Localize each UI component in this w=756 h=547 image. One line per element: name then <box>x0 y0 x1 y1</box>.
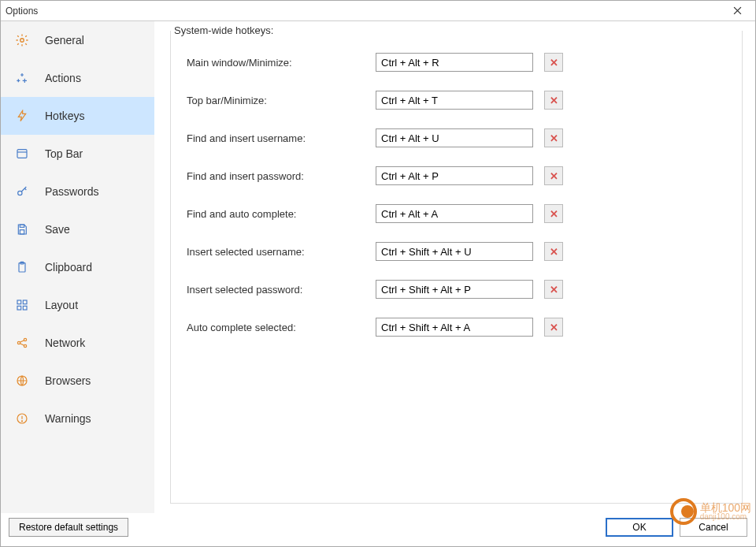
clear-hotkey-button[interactable]: ✕ <box>544 166 563 185</box>
hotkey-label: Top bar/Minimize: <box>187 95 376 106</box>
hotkey-row-find-autocomplete: Find and auto complete: ✕ <box>187 204 726 223</box>
restore-defaults-button[interactable]: Restore default settings <box>9 518 128 537</box>
hotkey-row-top-bar: Top bar/Minimize: ✕ <box>187 91 726 110</box>
sidebar-item-label: Passwords <box>45 185 98 198</box>
clear-hotkey-button[interactable]: ✕ <box>544 91 563 110</box>
sidebar-item-label: Layout <box>45 299 78 311</box>
sparkle-icon <box>15 71 29 85</box>
warning-icon <box>15 411 29 426</box>
svg-rect-5 <box>20 230 24 234</box>
clear-hotkey-button[interactable]: ✕ <box>544 242 563 261</box>
svg-rect-9 <box>23 300 27 304</box>
sidebar-item-label: Top Bar <box>45 147 83 160</box>
hotkey-input-main-window[interactable] <box>376 53 533 72</box>
svg-rect-1 <box>17 150 27 158</box>
hotkey-rows: Main window/Minimize: ✕ Top bar/Minimize… <box>171 31 742 337</box>
hotkey-row-insert-password: Insert selected password: ✕ <box>187 280 726 299</box>
sidebar-item-label: Hotkeys <box>45 110 85 122</box>
x-icon: ✕ <box>550 208 558 220</box>
sidebar-item-clipboard[interactable]: Clipboard <box>1 248 154 286</box>
gear-icon <box>15 33 29 47</box>
clear-hotkey-button[interactable]: ✕ <box>544 204 563 223</box>
clear-hotkey-button[interactable]: ✕ <box>544 128 563 147</box>
clear-hotkey-button[interactable]: ✕ <box>544 280 563 299</box>
sidebar-item-label: General <box>45 34 84 47</box>
save-icon <box>15 222 29 236</box>
sidebar-item-label: Clipboard <box>45 261 92 274</box>
hotkey-row-main-window: Main window/Minimize: ✕ <box>187 53 726 72</box>
hotkey-label: Find and insert password: <box>187 170 376 182</box>
sidebar-item-label: Warnings <box>45 412 91 425</box>
key-icon <box>15 184 29 199</box>
share-icon <box>15 336 29 350</box>
hotkey-input-autocomplete-selected[interactable] <box>376 318 533 337</box>
grid-icon <box>15 298 29 312</box>
sidebar: General Actions Hotkeys Top Bar <box>1 21 154 513</box>
hotkey-label: Insert selected password: <box>187 284 376 296</box>
hotkeys-panel: System-wide hotkeys: Main window/Minimiz… <box>170 31 743 504</box>
close-button[interactable] <box>720 1 755 20</box>
x-icon: ✕ <box>550 95 558 106</box>
svg-rect-10 <box>17 306 21 310</box>
cancel-button[interactable]: Cancel <box>680 518 747 537</box>
hotkey-input-insert-password[interactable] <box>376 280 533 299</box>
svg-rect-4 <box>20 225 24 227</box>
sidebar-item-warnings[interactable]: Warnings <box>1 400 154 437</box>
svg-point-0 <box>20 39 24 43</box>
lightning-icon <box>15 109 29 123</box>
hotkey-row-insert-username: Insert selected username: ✕ <box>187 242 726 261</box>
sidebar-item-label: Browsers <box>45 374 91 387</box>
hotkey-input-find-username[interactable] <box>376 128 533 147</box>
sidebar-item-topbar[interactable]: Top Bar <box>1 135 154 173</box>
sidebar-item-layout[interactable]: Layout <box>1 286 154 324</box>
x-icon: ✕ <box>550 322 558 333</box>
globe-icon <box>15 374 29 388</box>
sidebar-item-actions[interactable]: Actions <box>1 59 154 97</box>
sidebar-item-save[interactable]: Save <box>1 210 154 248</box>
sidebar-item-passwords[interactable]: Passwords <box>1 173 154 210</box>
dialog-body: General Actions Hotkeys Top Bar <box>1 21 755 513</box>
sidebar-item-general[interactable]: General <box>1 21 154 59</box>
x-icon: ✕ <box>550 170 558 182</box>
x-icon: ✕ <box>550 57 558 69</box>
svg-rect-8 <box>17 300 21 304</box>
hotkey-label: Find and insert username: <box>187 132 376 144</box>
hotkey-row-find-username: Find and insert username: ✕ <box>187 128 726 147</box>
clipboard-icon <box>15 260 29 274</box>
titlebar: Options <box>1 1 755 21</box>
x-icon: ✕ <box>550 132 558 144</box>
footer-right-buttons: OK Cancel <box>606 518 747 537</box>
close-icon <box>733 6 742 15</box>
dialog-footer: Restore default settings OK Cancel <box>1 513 755 546</box>
clear-hotkey-button[interactable]: ✕ <box>544 318 563 337</box>
svg-point-18 <box>21 421 22 422</box>
sidebar-item-hotkeys[interactable]: Hotkeys <box>1 97 154 135</box>
hotkey-input-find-password[interactable] <box>376 166 533 185</box>
hotkey-label: Insert selected username: <box>187 246 376 258</box>
hotkey-row-find-password: Find and insert password: ✕ <box>187 166 726 185</box>
x-icon: ✕ <box>550 284 558 296</box>
sidebar-item-label: Save <box>45 223 70 236</box>
hotkey-label: Find and auto complete: <box>187 208 376 220</box>
window-title: Options <box>6 6 38 17</box>
svg-point-3 <box>18 191 22 195</box>
x-icon: ✕ <box>550 246 558 258</box>
hotkey-label: Auto complete selected: <box>187 322 376 333</box>
hotkey-row-autocomplete-selected: Auto complete selected: ✕ <box>187 318 726 337</box>
clear-hotkey-button[interactable]: ✕ <box>544 53 563 72</box>
sidebar-item-browsers[interactable]: Browsers <box>1 362 154 400</box>
hotkey-input-top-bar[interactable] <box>376 91 533 110</box>
section-title: System-wide hotkeys: <box>171 24 276 36</box>
hotkey-input-find-autocomplete[interactable] <box>376 204 533 223</box>
sidebar-item-label: Network <box>45 337 85 349</box>
sidebar-item-network[interactable]: Network <box>1 324 154 362</box>
hotkey-input-insert-username[interactable] <box>376 242 533 261</box>
svg-rect-11 <box>23 306 27 310</box>
main-panel: System-wide hotkeys: Main window/Minimiz… <box>154 21 755 513</box>
options-window: Options General Actions <box>0 0 756 547</box>
hotkey-label: Main window/Minimize: <box>187 57 376 69</box>
topbar-icon <box>15 147 29 161</box>
ok-button[interactable]: OK <box>606 518 673 537</box>
sidebar-item-label: Actions <box>45 72 81 84</box>
